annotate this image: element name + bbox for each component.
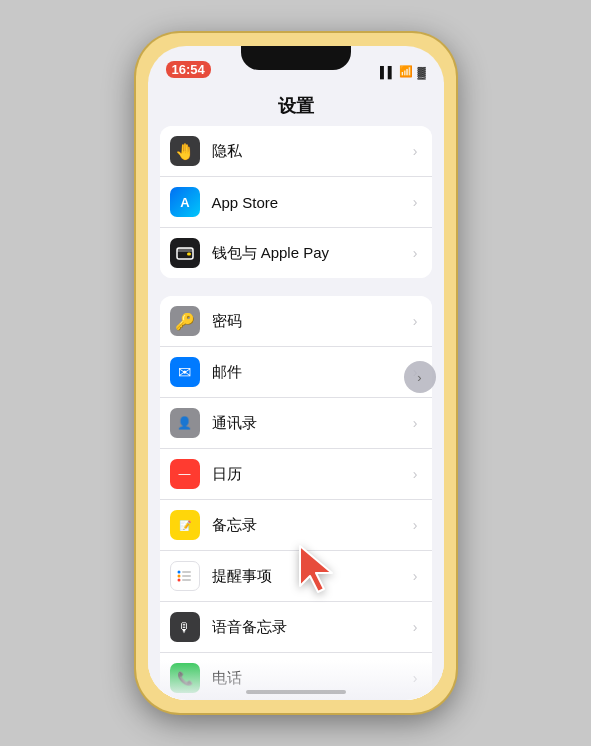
row-password[interactable]: 🔑 密码 ›	[160, 296, 432, 347]
wifi-icon: 📶	[399, 65, 413, 78]
row-contacts[interactable]: 👤 通讯录 ›	[160, 398, 432, 449]
status-time: 16:54	[166, 61, 211, 78]
phone-frame: 16:54 ▌▌ 📶 ▓ 设置 🤚 隐私 › A	[136, 33, 456, 713]
wallet-chevron: ›	[413, 245, 418, 261]
calendar-icon: —	[170, 459, 200, 489]
row-notes[interactable]: 📝 备忘录 ›	[160, 500, 432, 551]
password-label: 密码	[212, 312, 409, 331]
svg-rect-6	[182, 571, 191, 573]
row-mail[interactable]: ✉ 邮件 ›	[160, 347, 432, 398]
row-reminders[interactable]: 提醒事项 ›	[160, 551, 432, 602]
reminders-chevron: ›	[413, 568, 418, 584]
page-title: 设置	[148, 82, 444, 126]
row-wallet[interactable]: 钱包与 Apple Pay ›	[160, 228, 432, 278]
svg-rect-8	[182, 579, 191, 581]
svg-rect-7	[182, 575, 191, 577]
notch	[241, 46, 351, 70]
appstore-label: App Store	[212, 194, 409, 211]
reminders-label: 提醒事项	[212, 567, 409, 586]
notes-label: 备忘录	[212, 516, 409, 535]
notes-icon: 📝	[170, 510, 200, 540]
phone-screen: 16:54 ▌▌ 📶 ▓ 设置 🤚 隐私 › A	[148, 46, 444, 700]
svg-rect-2	[187, 253, 191, 256]
home-indicator	[246, 690, 346, 694]
svg-rect-1	[177, 248, 193, 252]
svg-point-4	[177, 575, 180, 578]
status-icons: ▌▌ 📶 ▓	[380, 65, 426, 78]
mail-icon: ✉	[170, 357, 200, 387]
privacy-icon: 🤚	[170, 136, 200, 166]
settings-list: 🤚 隐私 › A App Store ›	[148, 126, 444, 700]
privacy-chevron: ›	[413, 143, 418, 159]
password-chevron: ›	[413, 313, 418, 329]
settings-screen: 设置 🤚 隐私 › A App Store ›	[148, 82, 444, 700]
svg-point-5	[177, 579, 180, 582]
calendar-chevron: ›	[413, 466, 418, 482]
privacy-label: 隐私	[212, 142, 409, 161]
bottom-fade	[148, 660, 444, 700]
appstore-chevron: ›	[413, 194, 418, 210]
voicememo-chevron: ›	[413, 619, 418, 635]
row-voicememo[interactable]: 🎙 语音备忘录 ›	[160, 602, 432, 653]
reminders-icon	[170, 561, 200, 591]
calendar-label: 日历	[212, 465, 409, 484]
notes-chevron: ›	[413, 517, 418, 533]
signal-icon: ▌▌	[380, 66, 396, 78]
voicememo-label: 语音备忘录	[212, 618, 409, 637]
contacts-label: 通讯录	[212, 414, 409, 433]
scroll-button[interactable]: ›	[404, 361, 436, 393]
wallet-label: 钱包与 Apple Pay	[212, 244, 409, 263]
wallet-icon	[170, 238, 200, 268]
contacts-icon: 👤	[170, 408, 200, 438]
contacts-chevron: ›	[413, 415, 418, 431]
password-icon: 🔑	[170, 306, 200, 336]
voicememo-icon: 🎙	[170, 612, 200, 642]
row-appstore[interactable]: A App Store ›	[160, 177, 432, 228]
battery-icon: ▓	[417, 66, 425, 78]
row-privacy[interactable]: 🤚 隐私 ›	[160, 126, 432, 177]
settings-group-1: 🤚 隐私 › A App Store ›	[160, 126, 432, 278]
mail-label: 邮件	[212, 363, 409, 382]
svg-point-3	[177, 571, 180, 574]
appstore-icon: A	[170, 187, 200, 217]
settings-group-2: 🔑 密码 › ✉ 邮件 › 👤 通讯录 › —	[160, 296, 432, 700]
row-calendar[interactable]: — 日历 ›	[160, 449, 432, 500]
